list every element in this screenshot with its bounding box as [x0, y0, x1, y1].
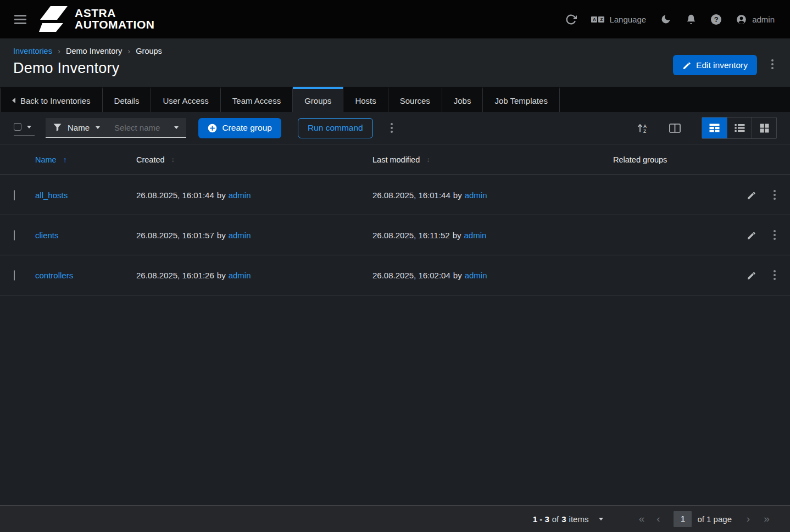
last-modified-column-header[interactable]: Last modified ↕: [372, 155, 613, 164]
chevron-left-icon: [12, 98, 15, 103]
row-checkbox[interactable]: [14, 230, 15, 240]
filter-icon: [53, 124, 62, 132]
tab-team-access[interactable]: Team Access: [221, 87, 293, 112]
bell-icon: [686, 14, 697, 25]
user-label: admin: [752, 15, 775, 24]
toolbar-kebab-menu-icon[interactable]: [387, 119, 396, 137]
previous-page-button[interactable]: ‹: [649, 513, 667, 525]
user-icon: [736, 14, 747, 25]
masthead: ASTRA AUTOMATION AZ Language: [0, 0, 790, 38]
table-row: controllers 26.08.2025, 16:01:26 by admi…: [0, 255, 790, 295]
row-checkbox[interactable]: [14, 190, 15, 200]
groups-content: Name Select name Create group Run comman…: [0, 112, 790, 505]
created-cell: 26.08.2025, 16:01:44 by admin: [136, 191, 372, 200]
tab-job-templates[interactable]: Job Templates: [483, 87, 559, 112]
page-title: Demo Inventory: [13, 60, 162, 77]
edit-inventory-button[interactable]: Edit inventory: [673, 55, 757, 75]
items-total: 3: [561, 514, 566, 524]
page-header-actions: Edit inventory: [673, 46, 777, 87]
page-number-input[interactable]: [674, 511, 692, 527]
tab-bar: Back to Inventories Details User Access …: [0, 87, 790, 112]
row-actions: [732, 226, 790, 244]
bulk-select-dropdown[interactable]: [14, 120, 35, 136]
pagination-bar: 1 - 3 of 3 items « ‹ of 1 page › »: [0, 505, 790, 532]
hamburger-menu-icon[interactable]: [14, 15, 26, 24]
breadcrumb-link-inventories[interactable]: Inventories: [13, 47, 52, 55]
breadcrumb-item-demo-inventory: Demo Inventory: [66, 47, 122, 55]
created-by-link[interactable]: admin: [229, 231, 251, 240]
svg-text:Z: Z: [643, 128, 646, 133]
created-by-link[interactable]: admin: [229, 271, 251, 280]
help-icon: ?: [711, 14, 721, 25]
plus-circle-icon: [208, 124, 217, 133]
filter-attribute-select[interactable]: Name: [53, 123, 100, 132]
user-menu[interactable]: admin: [736, 14, 775, 25]
language-label: Language: [609, 15, 646, 24]
tab-user-access[interactable]: User Access: [151, 87, 220, 112]
page-kebab-menu-icon[interactable]: [768, 55, 777, 74]
modified-by-link[interactable]: admin: [465, 271, 487, 280]
row-checkbox[interactable]: [14, 270, 15, 281]
filter-value-select[interactable]: Select name: [114, 123, 179, 132]
edit-group-button[interactable]: [744, 268, 758, 282]
next-page-button[interactable]: ›: [739, 513, 757, 525]
brand-logo[interactable]: ASTRA AUTOMATION: [38, 6, 154, 32]
table-row: clients 26.08.2025, 16:01:57 by admin 26…: [0, 215, 790, 255]
notifications-button[interactable]: [686, 14, 697, 25]
svg-text:A: A: [643, 123, 647, 128]
theme-toggle-button[interactable]: [660, 14, 671, 25]
row-kebab-menu-icon[interactable]: [770, 226, 779, 244]
items-per-page-toggle[interactable]: 1 - 3 of 3 items: [533, 514, 604, 524]
group-name-link[interactable]: controllers: [35, 271, 73, 280]
group-name-link[interactable]: clients: [35, 231, 59, 240]
row-kebab-menu-icon[interactable]: [770, 186, 779, 204]
empty-space: [0, 295, 790, 505]
sortable-icon: ↕: [171, 155, 175, 164]
run-command-button[interactable]: Run command: [298, 118, 373, 138]
created-by-link[interactable]: admin: [229, 191, 251, 200]
tab-hosts[interactable]: Hosts: [343, 87, 388, 112]
created-cell: 26.08.2025, 16:01:26 by admin: [136, 271, 372, 280]
tab-details[interactable]: Details: [103, 87, 152, 112]
row-actions: [732, 266, 790, 284]
refresh-button[interactable]: [565, 14, 577, 25]
modified-cell: 26.08.2025, 16:01:44 by admin: [372, 191, 613, 200]
page-header-left: Inventories › Demo Inventory › Groups De…: [13, 46, 162, 87]
tab-back-to-inventories[interactable]: Back to Inventories: [0, 87, 103, 112]
refresh-icon: [565, 14, 577, 25]
column-management-button[interactable]: [667, 121, 683, 135]
page-count-label: of 1 page: [697, 514, 732, 524]
last-page-button[interactable]: »: [757, 513, 775, 525]
name-column-header[interactable]: Name ↑: [35, 155, 136, 164]
card-view-button[interactable]: [752, 117, 776, 138]
create-group-button[interactable]: Create group: [198, 118, 281, 138]
created-column-header[interactable]: Created ↕: [136, 155, 372, 164]
sort-ascending-icon: ↑: [63, 155, 67, 164]
tab-sources[interactable]: Sources: [388, 87, 442, 112]
group-name-link[interactable]: all_hosts: [35, 191, 68, 200]
table-view-button[interactable]: [702, 117, 727, 138]
list-view-button[interactable]: [727, 117, 752, 138]
page-header: Inventories › Demo Inventory › Groups De…: [0, 38, 790, 87]
items-range: 1 - 3: [533, 514, 549, 524]
modified-by-link[interactable]: admin: [464, 231, 487, 240]
created-cell: 26.08.2025, 16:01:57 by admin: [136, 231, 372, 240]
bulk-select-checkbox[interactable]: [14, 123, 21, 131]
tab-jobs[interactable]: Jobs: [442, 87, 483, 112]
language-selector[interactable]: AZ Language: [591, 15, 646, 24]
chevron-down-icon: [174, 126, 179, 129]
columns-icon: [669, 124, 681, 133]
astra-logo-icon: [38, 6, 68, 32]
tab-groups[interactable]: Groups: [293, 87, 343, 112]
breadcrumb-item-groups: Groups: [136, 47, 162, 55]
list-view-icon: [735, 124, 745, 132]
modified-by-link[interactable]: admin: [465, 191, 487, 200]
first-page-button[interactable]: «: [632, 513, 649, 525]
help-button[interactable]: ?: [711, 14, 721, 25]
row-kebab-menu-icon[interactable]: [770, 266, 779, 284]
edit-group-button[interactable]: [744, 188, 758, 202]
edit-group-button[interactable]: [744, 228, 758, 242]
modified-cell: 26.08.2025, 16:02:04 by admin: [372, 271, 613, 280]
sort-button[interactable]: A Z: [635, 121, 650, 136]
pencil-icon: [747, 271, 756, 280]
